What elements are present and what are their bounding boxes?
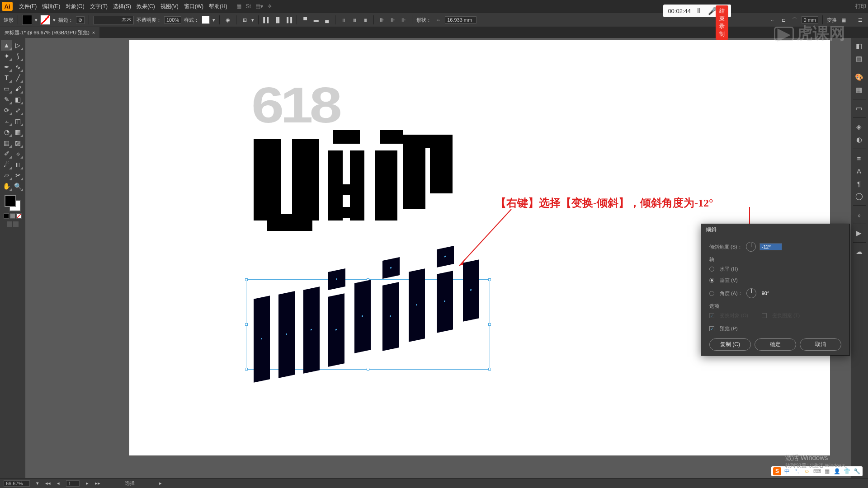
stroke-weight-dropdown[interactable]: ⊘	[76, 16, 85, 24]
pen-tool[interactable]: ✒	[1, 61, 12, 72]
lasso-tool[interactable]: ⟆	[12, 51, 24, 61]
close-icon[interactable]: ×	[92, 30, 95, 35]
stop-recording-button[interactable]: 结束录制	[716, 5, 728, 40]
brushes-panel-icon[interactable]: ▭	[851, 102, 867, 115]
artboard-number[interactable]: 1	[66, 480, 80, 487]
free-transform-tool[interactable]: ◫	[12, 116, 24, 127]
cancel-button[interactable]: 取消	[800, 338, 841, 351]
swatches-panel-icon[interactable]: ▦	[851, 84, 867, 96]
distribute-icon[interactable]: ⫼	[361, 16, 369, 24]
angle-dial[interactable]	[746, 242, 756, 252]
stroke-swatch[interactable]	[40, 15, 50, 25]
menu-select[interactable]: 选择(S)	[110, 3, 134, 10]
radio-vertical[interactable]	[709, 278, 714, 283]
ime-logo-icon[interactable]: S	[773, 467, 781, 475]
mic-icon[interactable]: 🎤	[708, 7, 716, 15]
artboard-tool[interactable]: ▱	[1, 170, 12, 181]
shape-builder-tool[interactable]: ◔	[1, 127, 12, 137]
header-icon[interactable]: ▦	[236, 3, 241, 9]
align-middle-icon[interactable]: ▬	[312, 16, 320, 24]
chevron-down-icon[interactable]: ▾	[53, 17, 56, 23]
align-bottom-icon[interactable]: ▄	[323, 16, 331, 24]
curvature-tool[interactable]: ∿	[12, 61, 24, 72]
selection-tool[interactable]: ▲	[1, 40, 12, 51]
artboard-nav-next[interactable]: ▸▸	[95, 480, 100, 486]
print-label[interactable]: 打印	[855, 3, 866, 10]
angle-dial[interactable]	[746, 288, 756, 298]
hand-tool[interactable]: ✋	[1, 181, 12, 192]
foreground-color-swatch[interactable]	[5, 195, 16, 207]
asset-panel-icon[interactable]: ◐	[851, 133, 867, 146]
zoom-level-input[interactable]: 66.67%	[4, 480, 30, 487]
menu-effect[interactable]: 效果(C)	[134, 3, 158, 10]
brush-tool[interactable]: 🖌	[12, 83, 24, 94]
distribute-icon[interactable]: ⫼	[350, 16, 359, 24]
menu-window[interactable]: 窗口(W)	[181, 3, 206, 10]
menu-object[interactable]: 对象(O)	[63, 3, 87, 10]
properties-panel-icon[interactable]: ◧	[851, 40, 867, 52]
align-top-icon[interactable]: ▀	[301, 16, 309, 24]
color-panel-icon[interactable]: 🎨	[851, 71, 867, 84]
distribute-icon[interactable]: ⊪	[389, 16, 397, 24]
checkbox-preview[interactable]	[709, 326, 714, 331]
cc-libraries-icon[interactable]: ☁	[851, 245, 867, 258]
appearance-panel-icon[interactable]: ◯	[851, 190, 867, 202]
menu-view[interactable]: 视图(V)	[158, 3, 181, 10]
stroke-panel-icon[interactable]: ≡	[851, 152, 867, 164]
mini-swatch[interactable]	[10, 213, 15, 219]
header-icon[interactable]: ✈	[268, 3, 272, 9]
angle-axis-value[interactable]: 90°	[760, 290, 783, 296]
direct-selection-tool[interactable]: ▷	[12, 40, 24, 51]
scale-tool[interactable]: ⤢	[12, 105, 24, 116]
artboard-nav-prev[interactable]: ◂	[57, 480, 60, 486]
shaper-tool[interactable]: ✎	[1, 94, 12, 105]
menu-help[interactable]: 帮助(H)	[206, 3, 230, 10]
isolate-icon[interactable]: ☰	[856, 16, 864, 24]
menu-file[interactable]: 文件(F)	[16, 3, 39, 10]
ok-button[interactable]: 确定	[755, 338, 796, 351]
ime-toolbox-icon[interactable]: 🔧	[853, 467, 861, 475]
recolor-icon[interactable]: ◉	[224, 16, 232, 24]
character-panel-icon[interactable]: A	[851, 164, 867, 177]
align-right-icon[interactable]: ▐▐	[284, 16, 292, 24]
rotate-tool[interactable]: ⟳	[1, 105, 12, 116]
opacity-dropdown[interactable]: 100%	[164, 16, 181, 23]
rectangle-tool[interactable]: ▭	[1, 83, 12, 94]
copy-button[interactable]: 复制 (C)	[709, 338, 751, 351]
blend-tool[interactable]: ⟐	[12, 148, 24, 159]
distribute-icon[interactable]: ⊪	[400, 16, 408, 24]
radio-horizontal[interactable]	[709, 267, 714, 272]
mesh-tool[interactable]: ▦	[1, 137, 12, 148]
perspective-tool[interactable]: ▦	[12, 127, 24, 137]
fill-swatch[interactable]	[22, 15, 32, 25]
magic-wand-tool[interactable]: ✦	[1, 51, 12, 61]
mini-swatch[interactable]	[4, 213, 9, 219]
menu-edit[interactable]: 编辑(E)	[39, 3, 63, 10]
style-swatch[interactable]	[202, 16, 210, 24]
chevron-down-icon[interactable]: ▾	[35, 17, 38, 23]
artboard-nav-next[interactable]: ▸	[86, 480, 89, 486]
color-picker[interactable]	[1, 194, 24, 228]
align-left-icon[interactable]: ▌▌	[263, 16, 271, 24]
align-icon[interactable]: ⊞	[241, 16, 249, 24]
header-icon[interactable]: ▤▾	[255, 3, 263, 9]
menu-type[interactable]: 文字(T)	[87, 3, 110, 10]
radio-angle[interactable]	[709, 291, 714, 296]
paragraph-panel-icon[interactable]: ¶	[851, 177, 867, 190]
type-tool[interactable]: T	[1, 72, 12, 83]
graph-tool[interactable]: ⫼	[12, 159, 24, 170]
width-input[interactable]: 16.933 mm	[445, 16, 476, 23]
pause-icon[interactable]: ⏸	[695, 7, 703, 15]
libraries-panel-icon[interactable]: ▤	[851, 52, 867, 65]
distribute-icon[interactable]: ⊪	[378, 16, 386, 24]
width-tool[interactable]: ⫠	[1, 116, 12, 127]
chevron-down-icon[interactable]: ▾	[212, 17, 215, 23]
eraser-tool[interactable]: ◧	[12, 94, 24, 105]
symbol-tool[interactable]: ☄	[1, 159, 12, 170]
layers-panel-icon[interactable]: ◈	[851, 121, 867, 133]
artboard-nav-prev[interactable]: ◂◂	[45, 480, 51, 486]
shear-angle-input[interactable]	[760, 243, 782, 250]
align-center-icon[interactable]: ▐▌	[274, 16, 282, 24]
eyedropper-tool[interactable]: ✐	[1, 148, 12, 159]
zoom-tool[interactable]: 🔍	[12, 181, 24, 192]
